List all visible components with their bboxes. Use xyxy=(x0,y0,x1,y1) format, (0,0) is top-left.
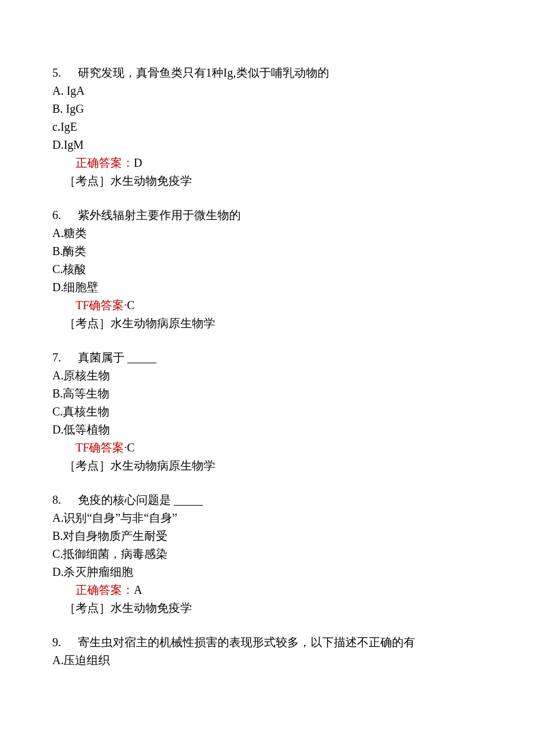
answer-line: 正确答案：A xyxy=(52,581,483,599)
answer-line: TF确答案·C xyxy=(52,439,483,457)
option: C.真核生物 xyxy=(52,403,483,421)
topic-value: 水生动物病原生物学 xyxy=(110,317,215,329)
question-stem-line: 6. 紫外线辐射主要作用于微生物的 xyxy=(52,206,483,224)
document-page: 5. 研究发现，真骨鱼类只有1种Ig,类似于哺乳动物的 A. IgA B. Ig… xyxy=(0,0,535,756)
option: A.识别“自身”与非“自身” xyxy=(52,509,483,527)
option: c.IgE xyxy=(52,118,483,136)
option: B. IgG xyxy=(52,100,483,118)
question-stem: 研究发现，真骨鱼类只有1种Ig,类似于哺乳动物的 xyxy=(78,66,329,79)
topic-line: ［考点］水生动物病原生物学 xyxy=(52,457,483,475)
question-number: 8. xyxy=(52,491,72,509)
question-stem: 紫外线辐射主要作用于微生物的 xyxy=(78,209,241,221)
option: A.压迫组织 xyxy=(52,651,483,669)
option: C.核酸 xyxy=(52,260,483,278)
blank-line: _____ xyxy=(127,351,156,364)
option: D.杀灭肿瘤细胞 xyxy=(52,563,483,581)
question-number: 9. xyxy=(52,633,72,651)
question-number: 7. xyxy=(52,349,72,367)
topic-value: 水生动物病原生物学 xyxy=(110,459,215,472)
answer-value: A xyxy=(134,583,142,596)
topic-label: ［考点］ xyxy=(64,459,110,472)
answer-value: C xyxy=(127,299,134,311)
answer-line: TF确答案·C xyxy=(52,296,483,314)
option: D.细胞壁 xyxy=(52,278,483,296)
answer-value: D xyxy=(134,156,142,169)
question-number: 5. xyxy=(52,64,72,82)
topic-line: ［考点］水生动物免疫学 xyxy=(52,599,483,617)
topic-value: 水生动物免疫学 xyxy=(110,174,192,187)
topic-label: ［考点］ xyxy=(64,174,110,187)
answer-label: TF确答案· xyxy=(76,441,127,454)
question-block: 7. 真菌属于 _____ A.原核生物 B.高等生物 C.真核生物 D.低等植… xyxy=(52,349,483,475)
option: D.IgM xyxy=(52,136,483,154)
question-block: 9. 寄生虫对宿主的机械性损害的表现形式较多，以下描述不正确的有 A.压迫组织 xyxy=(52,633,483,669)
answer-value: C xyxy=(127,441,134,454)
question-stem-line: 9. 寄生虫对宿主的机械性损害的表现形式较多，以下描述不正确的有 xyxy=(52,633,483,651)
option: A. IgA xyxy=(52,82,483,100)
option: D.低等植物 xyxy=(52,421,483,439)
option: B.高等生物 xyxy=(52,385,483,403)
question-block: 8. 免疫的核心问题是 _____ A.识别“自身”与非“自身” B.对自身物质… xyxy=(52,491,483,617)
option: B.酶类 xyxy=(52,242,483,260)
question-stem: 免疫的核心问题是 xyxy=(78,493,174,506)
topic-value: 水生动物免疫学 xyxy=(110,601,192,614)
question-stem-line: 5. 研究发现，真骨鱼类只有1种Ig,类似于哺乳动物的 xyxy=(52,64,483,82)
option: C.抵御细菌，病毒感染 xyxy=(52,545,483,563)
topic-line: ［考点］水生动物免疫学 xyxy=(52,172,483,190)
option: A.糖类 xyxy=(52,224,483,242)
topic-label: ［考点］ xyxy=(64,317,110,329)
option: B.对自身物质产生耐受 xyxy=(52,527,483,545)
answer-line: 正确答案：D xyxy=(52,154,483,172)
blank-line: _____ xyxy=(174,493,203,506)
topic-line: ［考点］水生动物病原生物学 xyxy=(52,314,483,332)
question-block: 5. 研究发现，真骨鱼类只有1种Ig,类似于哺乳动物的 A. IgA B. Ig… xyxy=(52,64,483,190)
answer-label: TF确答案· xyxy=(76,299,127,311)
question-number: 6. xyxy=(52,206,72,224)
question-stem-line: 7. 真菌属于 _____ xyxy=(52,349,483,367)
answer-label: 正确答案： xyxy=(76,156,134,169)
answer-label: 正确答案： xyxy=(76,583,134,596)
question-stem: 真菌属于 xyxy=(78,351,127,364)
question-block: 6. 紫外线辐射主要作用于微生物的 A.糖类 B.酶类 C.核酸 D.细胞壁 T… xyxy=(52,206,483,332)
question-stem: 寄生虫对宿主的机械性损害的表现形式较多，以下描述不正确的有 xyxy=(78,636,415,648)
topic-label: ［考点］ xyxy=(64,601,110,614)
question-stem-line: 8. 免疫的核心问题是 _____ xyxy=(52,491,483,509)
option: A.原核生物 xyxy=(52,367,483,385)
